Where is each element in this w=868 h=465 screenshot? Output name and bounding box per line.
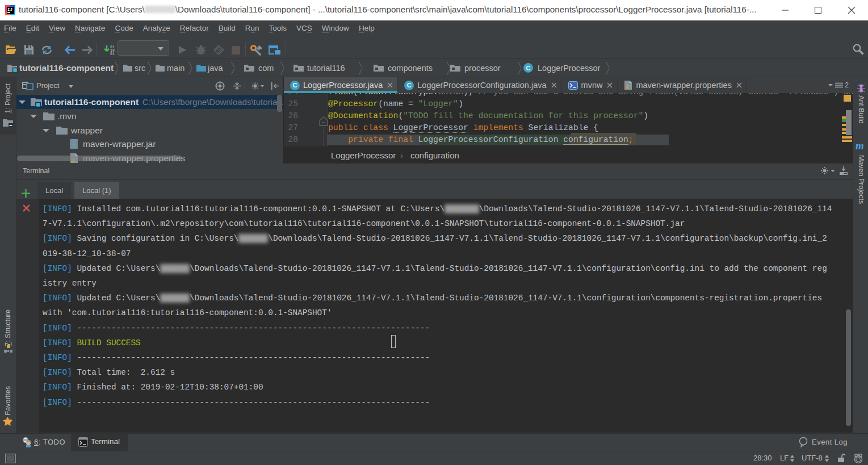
svg-text:01: 01: [110, 52, 115, 56]
